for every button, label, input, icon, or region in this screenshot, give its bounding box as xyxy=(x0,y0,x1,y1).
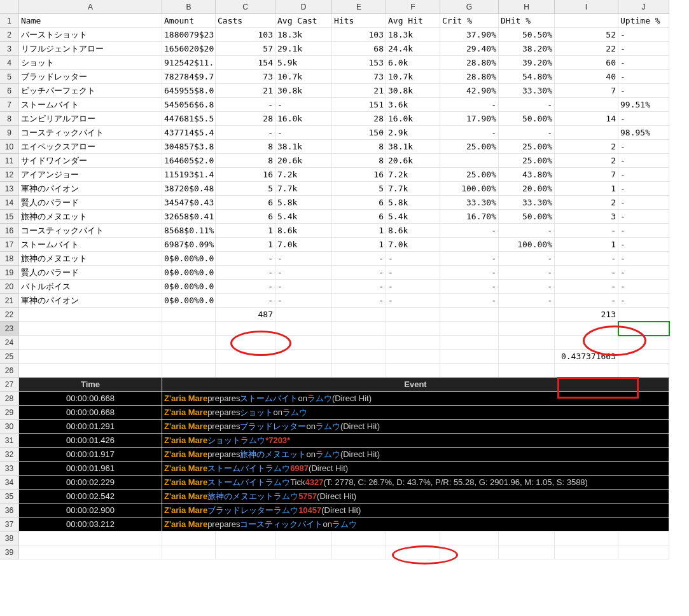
row-header[interactable]: 17 xyxy=(0,238,19,252)
header-cell[interactable]: Uptime % xyxy=(618,14,669,28)
cell-hits[interactable]: 153 xyxy=(332,56,386,70)
cell-crit[interactable]: - xyxy=(440,252,499,266)
cell-amount[interactable]: 304857$3.8 xyxy=(162,140,216,154)
cell-crit[interactable]: - xyxy=(440,280,499,294)
cell-hits[interactable]: 6 xyxy=(332,196,386,210)
row-header[interactable]: 26 xyxy=(0,364,19,378)
row-header[interactable]: 36 xyxy=(0,503,19,517)
cell-dhit[interactable]: - xyxy=(499,280,555,294)
cell-avghit[interactable]: 8.6k xyxy=(386,224,440,238)
cell-dhit[interactable]: 43.80% xyxy=(499,168,555,182)
cell-hits[interactable]: 21 xyxy=(332,84,386,98)
cell-hits[interactable]: 150 xyxy=(332,126,386,140)
row-header[interactable]: 29 xyxy=(0,406,19,420)
cell-avghit[interactable]: - xyxy=(386,266,440,280)
row-header[interactable]: 16 xyxy=(0,224,19,238)
row-header[interactable]: 7 xyxy=(0,98,19,112)
cell[interactable] xyxy=(162,322,216,336)
col-header[interactable]: H xyxy=(499,0,555,14)
cell[interactable] xyxy=(386,308,440,322)
cell-casts[interactable]: 103 xyxy=(216,28,275,42)
cell-i[interactable]: 3 xyxy=(555,210,618,224)
row-header[interactable]: 39 xyxy=(0,545,19,559)
cell-casts[interactable]: 28 xyxy=(216,112,275,126)
row-header[interactable]: 2 xyxy=(0,28,19,42)
cell-crit[interactable]: 28.80% xyxy=(440,56,499,70)
row-header[interactable]: 37 xyxy=(0,517,19,531)
cell-avgcast[interactable]: 20.6k xyxy=(275,154,332,168)
cell-amount[interactable]: 437714$5.4 xyxy=(162,126,216,140)
cell-dhit[interactable]: 38.20% xyxy=(499,42,555,56)
cell-i[interactable]: 7 xyxy=(555,84,618,98)
cell-casts-sum[interactable]: 487 xyxy=(216,308,275,322)
cell[interactable] xyxy=(618,531,669,545)
cell[interactable] xyxy=(499,308,555,322)
cell-avgcast[interactable]: 5.8k xyxy=(275,196,332,210)
cell-i[interactable]: - xyxy=(555,266,618,280)
cell-name[interactable]: コースティックバイト xyxy=(19,126,162,140)
cell-avghit[interactable]: 2.9k xyxy=(386,126,440,140)
active-cell[interactable] xyxy=(618,322,669,336)
cell[interactable] xyxy=(19,336,162,350)
row-header[interactable]: 13 xyxy=(0,182,19,196)
row-header[interactable]: 30 xyxy=(0,420,19,434)
cell-amount[interactable]: 645955$8.0 xyxy=(162,84,216,98)
cell-i[interactable]: - xyxy=(555,224,618,238)
cell-dhit[interactable]: 50.00% xyxy=(499,112,555,126)
cell[interactable] xyxy=(19,322,162,336)
row-header[interactable]: 28 xyxy=(0,392,19,406)
header-cell[interactable]: Avg Hit xyxy=(386,14,440,28)
cell-avgcast[interactable]: 7.0k xyxy=(275,238,332,252)
cell-dhit[interactable]: 50.00% xyxy=(499,210,555,224)
row-header[interactable]: 20 xyxy=(0,280,19,294)
cell-name[interactable]: ショット xyxy=(19,56,162,70)
cell-avghit[interactable]: 20.6k xyxy=(386,154,440,168)
cell-i[interactable]: 14 xyxy=(555,112,618,126)
cell-avghit[interactable]: 16.0k xyxy=(386,112,440,126)
cell-avgcast[interactable]: - xyxy=(275,252,332,266)
header-cell[interactable]: DHit % xyxy=(499,14,555,28)
cell-crit[interactable] xyxy=(440,154,499,168)
cell-amount[interactable]: 6987$0.09% xyxy=(162,238,216,252)
cell-dhit[interactable]: 33.30% xyxy=(499,196,555,210)
cell-calc[interactable]: 0.437371663 xyxy=(555,350,618,364)
cell-uptime[interactable]: - xyxy=(618,252,669,266)
cell-dhit[interactable]: - xyxy=(499,266,555,280)
cell[interactable] xyxy=(216,545,275,559)
cell-crit[interactable]: - xyxy=(440,294,499,308)
cell-casts[interactable]: - xyxy=(216,98,275,112)
row-header[interactable]: 10 xyxy=(0,140,19,154)
row-header[interactable]: 4 xyxy=(0,56,19,70)
cell-casts[interactable]: - xyxy=(216,280,275,294)
col-header[interactable]: F xyxy=(386,0,440,14)
cell-name[interactable]: 賢人のバラード xyxy=(19,266,162,280)
cell[interactable] xyxy=(275,336,332,350)
cell-name[interactable]: バーストショット xyxy=(19,28,162,42)
cell-crit[interactable]: - xyxy=(440,126,499,140)
cell-dhit[interactable]: - xyxy=(499,294,555,308)
cell-hits[interactable]: 1 xyxy=(332,238,386,252)
row-header[interactable]: 21 xyxy=(0,294,19,308)
cell-casts[interactable]: 1 xyxy=(216,224,275,238)
corner-cell[interactable] xyxy=(0,0,19,14)
cell-name[interactable]: 軍神のパイオン xyxy=(19,294,162,308)
cell[interactable] xyxy=(19,350,162,364)
cell[interactable] xyxy=(499,350,555,364)
cell-uptime[interactable]: - xyxy=(618,196,669,210)
cell-name[interactable]: ピッチパーフェクト xyxy=(19,84,162,98)
row-header[interactable]: 15 xyxy=(0,210,19,224)
cell-crit[interactable]: 25.00% xyxy=(440,168,499,182)
cell[interactable] xyxy=(555,322,618,336)
cell-hits[interactable]: 8 xyxy=(332,154,386,168)
row-header[interactable]: 11 xyxy=(0,154,19,168)
cell[interactable] xyxy=(499,364,555,378)
cell[interactable] xyxy=(332,364,386,378)
header-cell[interactable]: Amount xyxy=(162,14,216,28)
cell-name[interactable]: エイペックスアロー xyxy=(19,140,162,154)
cell-amount[interactable]: 0$0.00%0.0 xyxy=(162,266,216,280)
cell-crit[interactable]: - xyxy=(440,98,499,112)
cell-casts[interactable]: - xyxy=(216,266,275,280)
cell-avghit[interactable]: - xyxy=(386,252,440,266)
cell-crit[interactable]: 100.00% xyxy=(440,182,499,196)
cell[interactable] xyxy=(555,364,618,378)
